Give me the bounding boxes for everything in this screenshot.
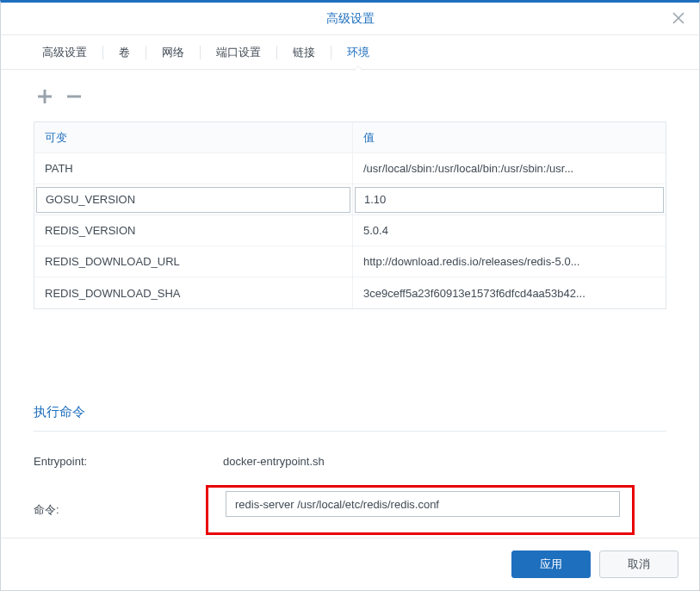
exec-section: 执行命令 Entrypoint: docker-entrypoint.sh 命令…: [34, 404, 666, 535]
env-key: REDIS_DOWNLOAD_URL: [34, 246, 353, 277]
cancel-button[interactable]: 取消: [599, 551, 678, 578]
env-key: REDIS_VERSION: [34, 215, 353, 246]
table-row[interactable]: REDIS_VERSION 5.0.4: [34, 215, 666, 246]
entrypoint-label: Entrypoint:: [34, 455, 223, 468]
tab-advanced[interactable]: 高级设置: [27, 35, 102, 70]
add-icon[interactable]: [34, 85, 56, 108]
command-input[interactable]: [226, 491, 620, 517]
header-key[interactable]: 可变: [34, 122, 353, 152]
env-key: PATH: [34, 153, 353, 184]
close-icon[interactable]: [670, 9, 687, 27]
divider: [34, 431, 666, 432]
tab-volume[interactable]: 卷: [103, 35, 146, 70]
table-header: 可变 值: [34, 122, 666, 153]
toolbar: [34, 85, 666, 108]
table-row[interactable]: REDIS_DOWNLOAD_SHA 3ce9ceff5a23f60913e15…: [34, 277, 666, 308]
env-val: 5.0.4: [353, 215, 666, 246]
header-val[interactable]: 值: [353, 122, 666, 152]
env-key-input[interactable]: [36, 187, 350, 213]
env-table: 可变 值 PATH /usr/local/sbin:/usr/local/bin…: [34, 121, 666, 309]
table-row[interactable]: REDIS_DOWNLOAD_URL http://download.redis…: [34, 246, 666, 277]
tab-bar: 高级设置 卷 网络 端口设置 链接 环境: [1, 35, 699, 70]
tab-environment[interactable]: 环境: [331, 35, 385, 70]
env-val: 3ce9ceff5a23f60913e1573f6dfcd4aa53b42...: [353, 277, 666, 308]
title-bar: 高级设置: [1, 3, 699, 35]
env-val-input[interactable]: [355, 187, 664, 213]
env-val: http://download.redis.io/releases/redis-…: [353, 246, 666, 277]
highlight-annotation: [206, 485, 635, 535]
entrypoint-row: Entrypoint: docker-entrypoint.sh: [34, 447, 666, 475]
entrypoint-value: docker-entrypoint.sh: [223, 455, 666, 468]
apply-button[interactable]: 应用: [511, 551, 591, 578]
env-val: /usr/local/sbin:/usr/local/bin:/usr/sbin…: [353, 153, 666, 184]
tab-links[interactable]: 链接: [277, 35, 331, 70]
env-key: REDIS_DOWNLOAD_SHA: [34, 277, 353, 308]
remove-icon[interactable]: [63, 85, 85, 108]
command-row: 命令:: [34, 485, 666, 535]
command-label: 命令:: [34, 502, 223, 518]
section-title: 执行命令: [34, 404, 666, 420]
table-row[interactable]: [34, 184, 666, 215]
dialog-title: 高级设置: [326, 11, 375, 27]
dialog-footer: 应用 取消: [1, 538, 699, 590]
tab-ports[interactable]: 端口设置: [201, 35, 276, 70]
content-pane: 可变 值 PATH /usr/local/sbin:/usr/local/bin…: [1, 70, 699, 538]
tab-network[interactable]: 网络: [146, 35, 200, 70]
table-row[interactable]: PATH /usr/local/sbin:/usr/local/bin:/usr…: [34, 153, 666, 184]
